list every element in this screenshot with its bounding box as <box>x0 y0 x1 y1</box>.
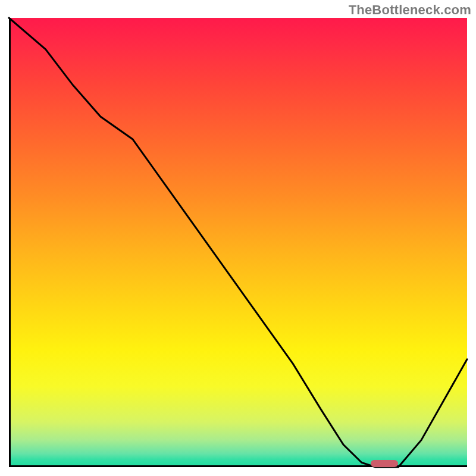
watermark-text: TheBottleneck.com <box>349 2 471 18</box>
chart-container: TheBottleneck.com <box>0 0 476 476</box>
bottleneck-curve <box>9 18 467 467</box>
bottleneck-curve-path <box>9 18 467 467</box>
optimal-marker <box>371 460 398 467</box>
